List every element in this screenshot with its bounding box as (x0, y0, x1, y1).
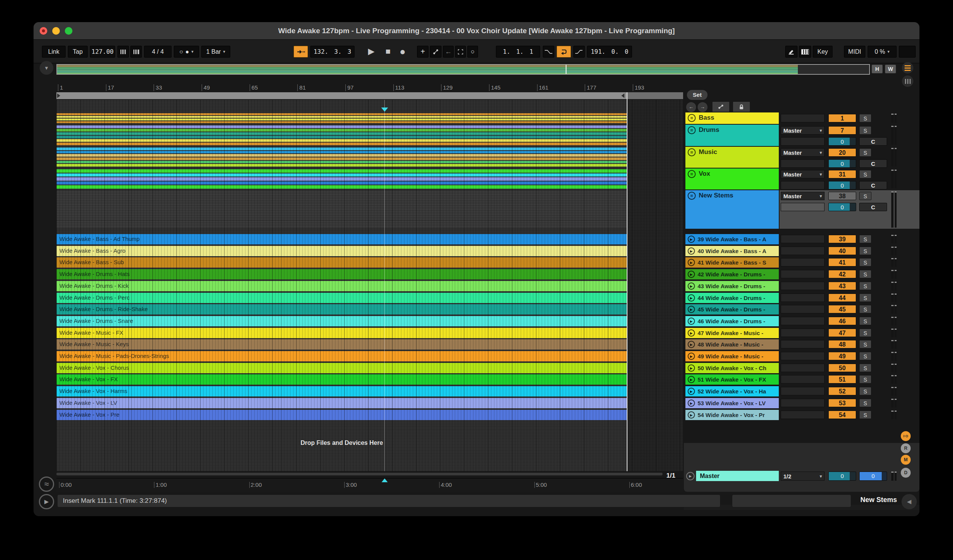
track-header[interactable]: ▶40 Wide Awake - Bass - A (685, 246, 779, 256)
input-box[interactable] (781, 411, 825, 419)
time-signature-field[interactable]: 4 / 4 (144, 46, 172, 58)
solo-button[interactable]: S (859, 294, 871, 302)
mixer-toggle-r[interactable]: R (901, 443, 911, 453)
solo-button[interactable]: S (859, 387, 871, 395)
track-number-box[interactable]: 48 (828, 340, 856, 348)
solo-button[interactable]: S (859, 399, 871, 407)
output-routing-selector[interactable]: Master▾ (781, 148, 825, 157)
arrangement-clip[interactable]: Wide Awake - Music - Keys (56, 339, 627, 350)
arrangement-position-display[interactable]: 132. 3. 3 (310, 46, 355, 58)
crossfade-button[interactable]: C (859, 137, 887, 146)
track-number-box[interactable]: 52 (828, 387, 856, 395)
solo-button[interactable]: S (859, 352, 871, 360)
nav-right-button[interactable]: → (698, 102, 708, 112)
track-header[interactable]: ▶45 Wide Awake - Drums - (685, 304, 779, 314)
track-header[interactable]: ▶39 Wide Awake - Bass - A (685, 234, 779, 244)
time-ruler-label[interactable]: 0:00 (59, 482, 72, 488)
nudge-down-button[interactable] (117, 46, 129, 58)
input-box[interactable] (781, 340, 825, 348)
arrangement-clip[interactable]: Wide Awake - Music - FX (56, 328, 627, 338)
zoom-width-button[interactable]: W (885, 64, 896, 74)
track-header[interactable]: ▶49 Wide Awake - Music - (685, 351, 779, 361)
track-number-box[interactable]: 43 (828, 282, 856, 290)
arrangement-clip[interactable]: Wide Awake - Drums - Perc (56, 293, 627, 303)
track-number-box[interactable]: 44 (828, 294, 856, 302)
solo-button[interactable]: S (859, 126, 871, 135)
track-header[interactable]: ▶46 Wide Awake - Drums - (685, 316, 779, 326)
nav-left-button[interactable]: ← (686, 102, 696, 112)
set-button[interactable]: Set (687, 90, 708, 100)
ruler-bar-number[interactable]: 33 (154, 84, 162, 91)
loop-button[interactable] (557, 46, 571, 58)
crossfade-button[interactable]: C (859, 203, 887, 211)
send-value-box[interactable]: 0 (828, 137, 856, 146)
ruler-bar-number[interactable]: 177 (585, 84, 596, 91)
arrangement-clip[interactable]: Wide Awake - Vox - LV (56, 398, 627, 408)
show-automation-button[interactable]: ≈ (39, 477, 54, 492)
stop-button[interactable]: ■ (381, 45, 395, 58)
track-header[interactable]: ▶47 Wide Awake - Music - (685, 328, 779, 338)
track-number-box[interactable]: 42 (828, 270, 856, 278)
arrangement-clip[interactable]: Wide Awake - Drums - Ride-Shake (56, 304, 627, 314)
crossfade-button[interactable]: C (859, 159, 887, 168)
time-ruler-label[interactable]: 4:00 (439, 482, 452, 488)
insert-marker-top-icon[interactable] (381, 108, 388, 112)
draw-mode-button[interactable] (785, 46, 797, 58)
solo-button[interactable]: S (859, 282, 871, 290)
mixer-view-button[interactable] (902, 75, 913, 87)
quantize-menu[interactable]: 1 Bar▾ (201, 46, 230, 58)
solo-button[interactable]: S (859, 340, 871, 348)
track-header[interactable]: ▶53 Wide Awake - Vox - LV (685, 398, 779, 408)
solo-button[interactable]: S (859, 270, 871, 278)
track-header[interactable]: ▶41 Wide Awake - Bass - S (685, 257, 779, 268)
solo-button[interactable]: S (859, 411, 871, 419)
solo-button[interactable]: S (859, 317, 871, 325)
arrangement-clip[interactable]: Wide Awake - Music - Pads-Drones-Strings (56, 351, 627, 361)
loop-end-marker[interactable] (621, 93, 624, 98)
ruler-bar-number[interactable]: 97 (345, 84, 354, 91)
ruler-bar-number[interactable]: 129 (441, 84, 452, 91)
track-number-box[interactable]: 53 (828, 399, 856, 407)
zoom-height-button[interactable]: H (871, 64, 883, 74)
crossfade-button[interactable]: C (859, 181, 887, 189)
ruler-bar-number[interactable]: 145 (489, 84, 501, 91)
vox-group-clips[interactable] (56, 169, 627, 189)
ruler-bar-number[interactable]: 49 (202, 84, 210, 91)
track-header[interactable]: ▶42 Wide Awake - Drums - (685, 269, 779, 279)
arrangement-clip[interactable]: Wide Awake - Vox - FX (56, 374, 627, 385)
volume-box[interactable] (781, 181, 825, 189)
insert-marker-bottom-icon[interactable] (382, 478, 388, 482)
track-number-box[interactable]: 39 (828, 235, 856, 243)
track-number-box[interactable]: 45 (828, 305, 856, 313)
ruler-bar-number[interactable]: 81 (297, 84, 306, 91)
loop-start-display[interactable]: 1. 1. 1 (496, 46, 540, 58)
time-ruler-label[interactable]: 1:00 (154, 482, 167, 488)
solo-button[interactable]: S (859, 258, 871, 266)
input-box[interactable] (781, 364, 825, 372)
input-box[interactable] (781, 258, 825, 266)
mixer-toggle-io[interactable]: I·O (901, 431, 911, 441)
input-box[interactable] (781, 387, 825, 395)
track-header[interactable]: ▶48 Wide Awake - Music - (685, 339, 779, 350)
send-value-box[interactable]: 0 (828, 181, 856, 189)
ruler-bar-number[interactable]: 17 (106, 84, 114, 91)
volume-box[interactable] (781, 203, 825, 211)
input-box[interactable] (781, 352, 825, 360)
time-ruler[interactable] (56, 478, 683, 492)
time-ruler-label[interactable]: 3:00 (344, 482, 357, 488)
track-number-box[interactable]: 49 (828, 352, 856, 360)
input-box[interactable] (781, 399, 825, 407)
punch-in-button[interactable] (543, 46, 554, 58)
arrangement-clip[interactable]: Wide Awake - Drums - Hats (56, 269, 627, 279)
solo-button[interactable]: S (859, 235, 871, 243)
group-track-header[interactable]: ≡Bass (685, 112, 779, 124)
link-button[interactable]: Link (42, 46, 66, 58)
back-to-arrangement-button[interactable]: ▼ (40, 61, 53, 75)
track-number-box[interactable]: 31 (828, 170, 856, 178)
lock-button[interactable] (733, 101, 750, 112)
track-number-box[interactable]: 50 (828, 364, 856, 372)
track-number-box[interactable]: 54 (828, 411, 856, 419)
drums-group-clips[interactable] (56, 125, 627, 145)
time-ruler-label[interactable]: 2:00 (249, 482, 262, 488)
loop-length-display[interactable]: 191. 0. 0 (587, 46, 632, 58)
